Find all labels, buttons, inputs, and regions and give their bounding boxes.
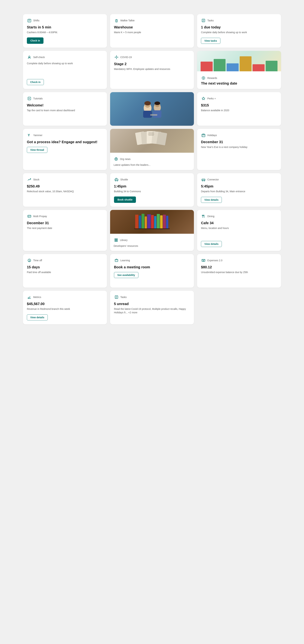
card-connector[interactable]: Connector 5:45pm Departs from Building 3… [197,173,281,207]
svg-point-61 [204,180,205,181]
card-shifts[interactable]: Shifts Starts in 5 min Cashiers 8:00AM –… [23,14,107,48]
stock-icon [27,177,32,182]
tasks-icon2 [114,295,119,300]
card-category: Yammer [33,134,43,137]
svg-point-7 [116,21,117,22]
rewards-icon: $ [201,76,206,80]
card-covid-19[interactable]: COVID-19 Stage 2 Mandatory WFH. Employee… [110,51,194,89]
outline-button[interactable]: View details [27,314,48,320]
svg-rect-67 [139,216,141,229]
card-category: Rewards [207,76,217,80]
svg-rect-71 [151,215,154,229]
card-header: Shifts [27,18,103,23]
card-dining[interactable]: Dining Cafe 34 Menu, location and hours … [197,210,281,251]
outline-button[interactable]: See availability [114,272,138,278]
card-rewards[interactable]: $ Rewards The next vesting date [197,51,281,89]
outline-button[interactable]: View details [201,197,222,203]
multipropay-icon [27,214,32,219]
svg-point-32 [154,102,160,105]
svg-point-58 [117,180,118,181]
learning-icon [114,258,119,263]
card-title: 15 days [27,265,103,269]
card-subtitle: Unsubmitted expense balance due by 25th [201,271,277,284]
card-photo-people[interactable] [110,92,194,126]
svg-point-60 [202,180,203,181]
svg-rect-76 [166,216,168,229]
svg-rect-92 [29,297,29,298]
card-yammer[interactable]: Y Yammer Got a process idea? Engage and … [23,129,107,170]
svg-rect-56 [117,179,117,180]
card-header: $ Rewards [201,76,277,80]
shifts-icon [27,18,32,23]
card-title: Starts in 5 min [27,25,103,29]
outline-button[interactable]: View tasks [201,38,220,44]
card-subtitle: Building 34 to Commons [114,190,190,194]
card-title: December 31 [27,221,103,225]
card-category: Holidays [207,134,217,137]
card-content: Org news Latest updates from the leaders… [110,154,194,170]
primary-button[interactable]: Book shuttle [114,196,136,203]
svg-rect-35 [150,114,157,116]
card-subtitle: Menu, location and hours [201,226,277,238]
outline-button[interactable]: Check in [27,79,44,85]
chart-bar [227,64,238,71]
perks-icon [201,96,206,101]
card-category: Library [120,239,128,242]
yammer-icon: Y [27,133,32,138]
card-header: Shuttle [114,177,190,182]
card-walkie-talkie[interactable]: Walkie Talkie Warehouse Marie K + 5 more… [110,14,194,48]
metrics-icon [27,295,32,300]
svg-rect-85 [115,259,118,262]
svg-rect-75 [163,215,166,229]
tutorials-icon [27,96,32,101]
card-header: Tasks [114,295,190,300]
card-title: Warehouse [114,25,190,29]
svg-text:Y: Y [28,134,30,137]
card-expenses[interactable]: Expenses 2.0 $80.12 Unsubmitted expense … [197,254,281,288]
card-tasks2[interactable]: Tasks 5 unread Read the latest Covid-19 … [110,291,194,324]
outline-button[interactable]: View thread [27,147,47,153]
svg-rect-49 [203,134,203,134]
card-content: $ Rewards The next vesting date [197,73,281,89]
svg-rect-68 [142,214,144,229]
svg-rect-72 [154,216,156,229]
card-category: Tasks [207,19,214,22]
card-library[interactable]: Library Developers' resources [110,210,194,251]
card-shuttle[interactable]: Shuttle 1:45pm Building 34 to Commons Bo… [110,173,194,207]
svg-point-21 [116,58,117,59]
card-title: Welcome! [27,103,103,107]
card-self-check[interactable]: Self-check Complete daily before showing… [23,51,107,89]
svg-rect-47 [202,134,205,137]
card-stock[interactable]: Stock $250.49 Relecloud stock value, 10:… [23,173,107,207]
svg-rect-87 [116,259,117,260]
card-category: Org news [120,158,131,160]
card-title: 5:45pm [201,184,277,188]
svg-rect-34 [153,110,161,118]
card-learning[interactable]: Learning Book a meeting room See availab… [110,254,194,288]
timeoff-icon [27,258,32,263]
card-org-news[interactable]: Org news Latest updates from the leaders… [110,129,194,170]
primary-button[interactable]: Clock in [27,38,44,44]
card-header: Tutorials [27,96,103,101]
card-time-off[interactable]: Time off 15 days Paid time off available [23,254,107,288]
chart-bar [201,62,212,71]
card-holidays[interactable]: Holidays December 31 New Year's Eve is a… [197,129,281,170]
card-header: Tasks [201,18,277,23]
org-news-icon [114,156,119,162]
card-title: $315 [201,103,277,107]
card-subtitle: Cashiers 8:00AM – 4:00PM. [27,31,103,34]
svg-rect-1 [29,19,29,20]
card-header: Org news [114,156,190,162]
card-metrics[interactable]: Metrics $45,567.00 Revenue in Redmond br… [23,291,107,324]
card-multi-propay[interactable]: Multi Propay December 31 The next paymen… [23,210,107,251]
svg-rect-63 [28,215,31,217]
svg-rect-0 [28,19,31,22]
card-title: Book a meeting room [114,265,190,269]
outline-button[interactable]: View details [201,241,222,247]
card-header: Expenses 2.0 [201,258,277,263]
card-tasks[interactable]: Tasks 1 due today Complete daily before … [197,14,281,48]
card-tutorials[interactable]: Tutorials Welcome! Tap the card to learn… [23,92,107,126]
card-perks[interactable]: Perks + $315 Balance available in 2020 [197,92,281,126]
bar-chart [199,54,279,71]
card-subtitle: Revenue in Redmond branch this week [27,307,103,312]
